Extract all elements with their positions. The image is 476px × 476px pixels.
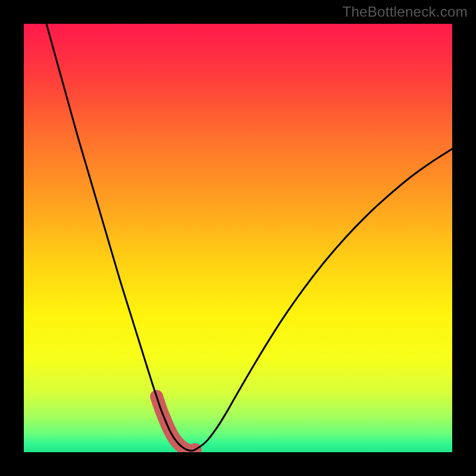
watermark-text: TheBottleneck.com (342, 4, 468, 20)
plot-area (24, 24, 452, 452)
bottleneck-chart (24, 24, 452, 452)
gradient-background (24, 24, 452, 452)
chart-frame: TheBottleneck.com (0, 0, 476, 476)
